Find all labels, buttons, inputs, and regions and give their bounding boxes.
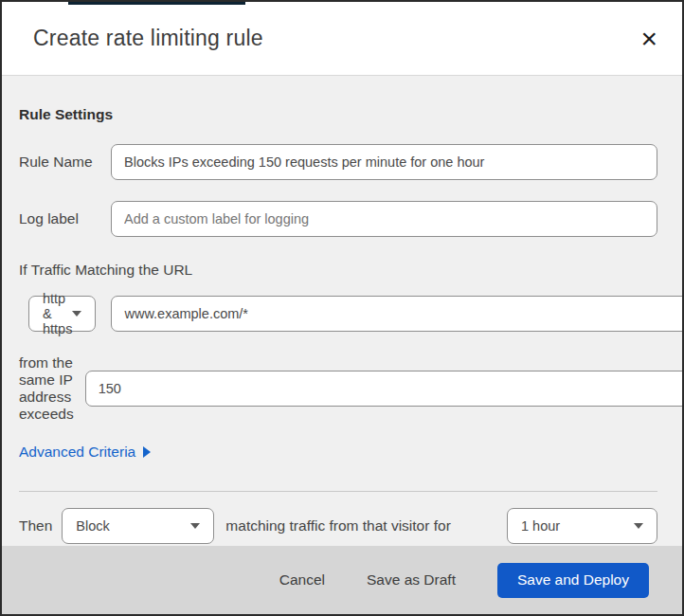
cancel-button[interactable]: Cancel [279, 571, 325, 589]
advanced-criteria-link[interactable]: Advanced Criteria [19, 444, 151, 461]
duration-select[interactable]: 1 hour [507, 508, 657, 544]
log-label-label: Log label [19, 210, 111, 227]
chevron-down-icon [190, 523, 200, 529]
action-middle-text: matching traffic from that visitor for [225, 517, 450, 534]
rule-name-input[interactable] [111, 144, 657, 180]
action-row: Then Block matching traffic from that vi… [19, 508, 657, 544]
chevron-down-icon [634, 523, 643, 529]
chevron-down-icon [72, 311, 81, 317]
dialog-header: Create rate limiting rule × [2, 2, 682, 76]
scheme-select-value: http & https [43, 291, 72, 336]
rule-name-label: Rule Name [19, 154, 111, 171]
request-threshold-input[interactable] [85, 371, 684, 407]
url-pattern-input[interactable] [111, 296, 684, 332]
traffic-match-heading: If Traffic Matching the URL [19, 262, 657, 279]
advanced-criteria-label: Advanced Criteria [19, 444, 135, 461]
save-as-draft-button[interactable]: Save as Draft [367, 571, 456, 589]
log-label-input[interactable] [111, 201, 657, 237]
page-top-accent-bar [68, 2, 245, 5]
rule-name-row: Rule Name [19, 144, 657, 180]
dialog-body: Rule Settings Rule Name Log label If Tra… [2, 76, 682, 546]
save-and-deploy-button[interactable]: Save and Deploy [497, 563, 649, 598]
create-rate-limiting-rule-dialog: Create rate limiting rule × Rule Setting… [0, 0, 684, 616]
dialog-title: Create rate limiting rule [33, 26, 263, 51]
threshold-prefix-text: from the same IP address exceeds [19, 354, 74, 423]
action-prefix-text: Then [19, 517, 52, 534]
section-divider [19, 491, 657, 492]
threshold-row: from the same IP address exceeds request… [19, 354, 657, 423]
duration-select-value: 1 hour [521, 518, 560, 534]
close-icon[interactable]: × [637, 25, 661, 53]
dialog-footer: Cancel Save as Draft Save and Deploy [2, 546, 682, 614]
scheme-select[interactable]: http & https [28, 296, 96, 332]
log-label-row: Log label [19, 201, 657, 237]
action-select-value: Block [76, 518, 109, 534]
url-match-row: http & https [28, 296, 657, 332]
action-select[interactable]: Block [62, 508, 214, 544]
rule-settings-heading: Rule Settings [19, 106, 657, 123]
caret-right-icon [143, 446, 151, 458]
